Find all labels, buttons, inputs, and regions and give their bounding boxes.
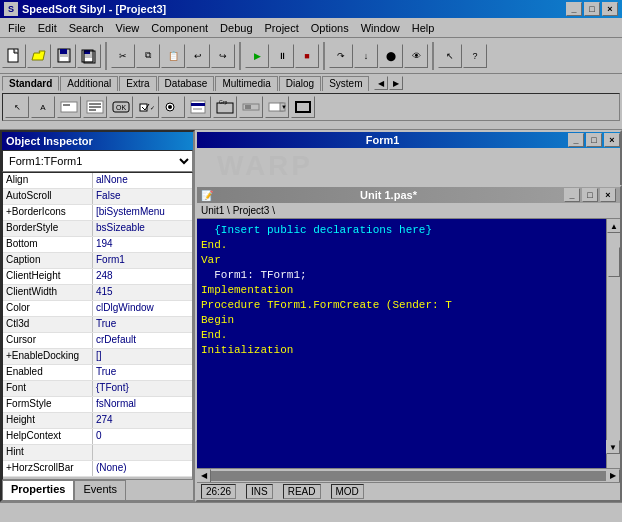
oi-row[interactable]: Hint: [3, 445, 192, 461]
oi-property-value[interactable]: 274: [93, 413, 192, 428]
oi-row[interactable]: ColorclDlgWindow: [3, 301, 192, 317]
menu-help[interactable]: Help: [406, 20, 441, 36]
palette-checkbox[interactable]: ✓: [135, 96, 159, 118]
oi-property-value[interactable]: clDlgWindow: [93, 301, 192, 316]
toolbar-cut-button[interactable]: ✂: [111, 44, 135, 68]
toolbar-step-over-button[interactable]: ↷: [329, 44, 353, 68]
hscroll-right-button[interactable]: ▶: [606, 469, 620, 483]
palette-memo[interactable]: [83, 96, 107, 118]
toolbar-copy-button[interactable]: ⧉: [136, 44, 160, 68]
oi-row[interactable]: ClientHeight248: [3, 269, 192, 285]
minimize-button[interactable]: _: [566, 2, 582, 16]
oi-row[interactable]: Ctl3dTrue: [3, 317, 192, 333]
form1-close[interactable]: ×: [604, 133, 620, 147]
maximize-button[interactable]: □: [584, 2, 600, 16]
toolbar-new-button[interactable]: [2, 44, 26, 68]
scroll-up-button[interactable]: ▲: [607, 219, 620, 233]
palette-tab-extra[interactable]: Extra: [119, 76, 156, 91]
oi-row[interactable]: Font{TFont}: [3, 381, 192, 397]
menu-search[interactable]: Search: [63, 20, 110, 36]
toolbar-save-button[interactable]: [52, 44, 76, 68]
toolbar-cursor-button[interactable]: ↖: [438, 44, 462, 68]
oi-property-value[interactable]: Form1: [93, 253, 192, 268]
palette-radio[interactable]: [161, 96, 185, 118]
palette-tab-database[interactable]: Database: [158, 76, 215, 91]
oi-property-value[interactable]: True: [93, 317, 192, 332]
toolbar-stop-button[interactable]: ■: [295, 44, 319, 68]
palette-scroll-left[interactable]: ◀: [374, 76, 388, 90]
toolbar-step-into-button[interactable]: ↓: [354, 44, 378, 68]
oi-tab-properties[interactable]: Properties: [2, 480, 74, 500]
palette-panel[interactable]: [291, 96, 315, 118]
menu-project[interactable]: Project: [259, 20, 305, 36]
toolbar-help-button[interactable]: ?: [463, 44, 487, 68]
oi-property-value[interactable]: 0: [93, 429, 192, 444]
oi-property-value[interactable]: (None): [93, 461, 192, 476]
oi-property-value[interactable]: alNone: [93, 173, 192, 188]
palette-listbox[interactable]: [187, 96, 211, 118]
oi-row[interactable]: +EnableDocking[]: [3, 349, 192, 365]
toolbar-undo-button[interactable]: ↩: [186, 44, 210, 68]
hscroll-track[interactable]: [211, 471, 606, 481]
menu-component[interactable]: Component: [145, 20, 214, 36]
palette-tab-standard[interactable]: Standard: [2, 76, 59, 91]
palette-label[interactable]: A: [31, 96, 55, 118]
menu-window[interactable]: Window: [355, 20, 406, 36]
oi-property-value[interactable]: 194: [93, 237, 192, 252]
toolbar-open-button[interactable]: [27, 44, 51, 68]
toolbar-pause-button[interactable]: ⏸: [270, 44, 294, 68]
oi-row[interactable]: BorderStylebsSizeable: [3, 221, 192, 237]
palette-scrollbar[interactable]: [239, 96, 263, 118]
oi-row[interactable]: Bottom194: [3, 237, 192, 253]
oi-row[interactable]: EnabledTrue: [3, 365, 192, 381]
form1-maximize[interactable]: □: [586, 133, 602, 147]
oi-row[interactable]: CursorcrDefault: [3, 333, 192, 349]
oi-property-value[interactable]: [93, 445, 192, 460]
scrollbar-thumb[interactable]: [608, 247, 620, 277]
object-inspector-selector[interactable]: Form1:TForm1: [2, 150, 193, 172]
code-editor-close[interactable]: ×: [600, 188, 616, 202]
oi-row[interactable]: FormStylefsNormal: [3, 397, 192, 413]
palette-groupbox[interactable]: Grp: [213, 96, 237, 118]
palette-tab-system[interactable]: System: [322, 76, 369, 91]
oi-property-value[interactable]: False: [93, 189, 192, 204]
palette-cursor-tool[interactable]: ↖: [5, 96, 29, 118]
oi-property-value[interactable]: crDefault: [93, 333, 192, 348]
oi-property-value[interactable]: True: [93, 365, 192, 380]
palette-button[interactable]: OK: [109, 96, 133, 118]
toolbar-save-all-button[interactable]: [77, 44, 101, 68]
menu-debug[interactable]: Debug: [214, 20, 258, 36]
palette-combobox[interactable]: ▼: [265, 96, 289, 118]
close-button[interactable]: ×: [602, 2, 618, 16]
toolbar-redo-button[interactable]: ↪: [211, 44, 235, 68]
oi-tab-events[interactable]: Events: [74, 480, 126, 500]
menu-edit[interactable]: Edit: [32, 20, 63, 36]
palette-tab-multimedia[interactable]: Multimedia: [215, 76, 277, 91]
menu-file[interactable]: File: [2, 20, 32, 36]
menu-view[interactable]: View: [110, 20, 146, 36]
toolbar-paste-button[interactable]: 📋: [161, 44, 185, 68]
oi-row[interactable]: ClientWidth415: [3, 285, 192, 301]
oi-property-value[interactable]: []: [93, 349, 192, 364]
oi-property-value[interactable]: {TFont}: [93, 381, 192, 396]
form1-minimize[interactable]: _: [568, 133, 584, 147]
toolbar-watchpoint-button[interactable]: 👁: [404, 44, 428, 68]
code-editor-minimize[interactable]: _: [564, 188, 580, 202]
oi-row[interactable]: HelpContext0: [3, 429, 192, 445]
oi-row[interactable]: AlignalNone: [3, 173, 192, 189]
oi-row[interactable]: CaptionForm1: [3, 253, 192, 269]
oi-row[interactable]: Height274: [3, 413, 192, 429]
code-editor-maximize[interactable]: □: [582, 188, 598, 202]
oi-property-value[interactable]: 415: [93, 285, 192, 300]
oi-property-value[interactable]: fsNormal: [93, 397, 192, 412]
oi-row[interactable]: +HorzScrollBar(None): [3, 461, 192, 477]
code-content[interactable]: {Insert public declarations here}End.Var…: [197, 219, 620, 468]
oi-property-value[interactable]: bsSizeable: [93, 221, 192, 236]
oi-row[interactable]: +BorderIcons[biSystemMenu: [3, 205, 192, 221]
scroll-down-button[interactable]: ▼: [606, 440, 620, 454]
oi-row[interactable]: AutoScrollFalse: [3, 189, 192, 205]
oi-property-value[interactable]: [biSystemMenu: [93, 205, 192, 220]
palette-edit[interactable]: [57, 96, 81, 118]
hscroll-left-button[interactable]: ◀: [197, 469, 211, 483]
toolbar-breakpoint-button[interactable]: ⬤: [379, 44, 403, 68]
